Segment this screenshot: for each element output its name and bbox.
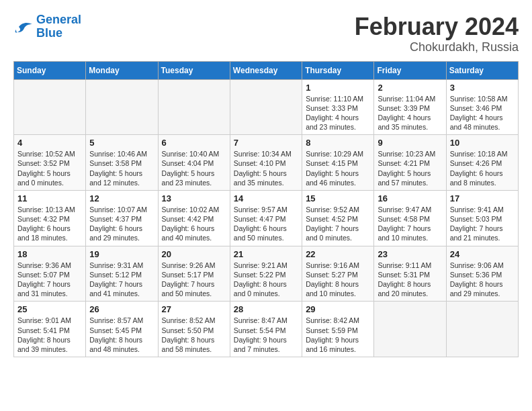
calendar-cell: 14Sunrise: 9:57 AM Sunset: 4:47 PM Dayli… (230, 190, 302, 246)
day-info: Sunrise: 11:10 AM Sunset: 3:33 PM Daylig… (306, 94, 370, 132)
day-info: Sunrise: 10:58 AM Sunset: 3:46 PM Daylig… (450, 94, 515, 132)
day-number: 6 (162, 138, 226, 148)
day-number: 20 (162, 249, 226, 259)
day-number: 21 (234, 249, 298, 259)
weekday-header-monday: Monday (86, 61, 158, 79)
logo-text: General Blue (36, 13, 81, 40)
day-number: 8 (306, 138, 370, 148)
month-title: February 2024 (355, 13, 519, 40)
day-info: Sunrise: 9:06 AM Sunset: 5:36 PM Dayligh… (450, 261, 515, 299)
calendar-week-5: 25Sunrise: 9:01 AM Sunset: 5:41 PM Dayli… (14, 302, 519, 357)
day-number: 14 (234, 193, 298, 203)
day-number: 17 (450, 193, 515, 203)
calendar-cell: 5Sunrise: 10:46 AM Sunset: 3:58 PM Dayli… (86, 135, 158, 191)
day-info: Sunrise: 11:04 AM Sunset: 3:39 PM Daylig… (378, 94, 442, 132)
weekday-header-friday: Friday (374, 61, 446, 79)
day-number: 22 (306, 249, 370, 259)
day-number: 24 (450, 249, 515, 259)
calendar-cell: 15Sunrise: 9:52 AM Sunset: 4:52 PM Dayli… (302, 190, 374, 246)
calendar-cell: 16Sunrise: 9:47 AM Sunset: 4:58 PM Dayli… (374, 190, 446, 246)
day-number: 1 (306, 83, 370, 93)
day-number: 13 (162, 193, 226, 203)
calendar-cell: 17Sunrise: 9:41 AM Sunset: 5:03 PM Dayli… (446, 190, 518, 246)
weekday-header-wednesday: Wednesday (230, 61, 302, 79)
calendar-week-3: 11Sunrise: 10:13 AM Sunset: 4:32 PM Dayl… (14, 190, 519, 246)
day-info: Sunrise: 10:18 AM Sunset: 4:26 PM Daylig… (450, 149, 515, 187)
day-info: Sunrise: 10:34 AM Sunset: 4:10 PM Daylig… (234, 149, 298, 187)
calendar-cell: 7Sunrise: 10:34 AM Sunset: 4:10 PM Dayli… (230, 135, 302, 191)
calendar-cell (86, 79, 158, 135)
header: General Blue February 2024 Chokurdakh, R… (13, 13, 519, 54)
calendar-table: SundayMondayTuesdayWednesdayThursdayFrid… (13, 61, 519, 357)
day-info: Sunrise: 10:46 AM Sunset: 3:58 PM Daylig… (89, 149, 154, 187)
day-number: 19 (89, 249, 154, 259)
calendar-cell: 1Sunrise: 11:10 AM Sunset: 3:33 PM Dayli… (302, 79, 374, 135)
calendar-cell (230, 79, 302, 135)
calendar-cell: 12Sunrise: 10:07 AM Sunset: 4:37 PM Dayl… (86, 190, 158, 246)
day-info: Sunrise: 10:52 AM Sunset: 3:52 PM Daylig… (17, 149, 82, 187)
day-number: 5 (89, 138, 154, 148)
calendar-cell: 8Sunrise: 10:29 AM Sunset: 4:15 PM Dayli… (302, 135, 374, 191)
calendar-cell: 22Sunrise: 9:16 AM Sunset: 5:27 PM Dayli… (302, 246, 374, 302)
day-info: Sunrise: 9:26 AM Sunset: 5:17 PM Dayligh… (162, 261, 226, 299)
calendar-cell: 19Sunrise: 9:31 AM Sunset: 5:12 PM Dayli… (86, 246, 158, 302)
weekday-header-sunday: Sunday (14, 61, 86, 79)
day-number: 2 (378, 83, 442, 93)
calendar-cell: 10Sunrise: 10:18 AM Sunset: 4:26 PM Dayl… (446, 135, 518, 191)
day-number: 26 (89, 304, 154, 314)
day-info: Sunrise: 9:47 AM Sunset: 4:58 PM Dayligh… (378, 205, 442, 243)
calendar-cell: 27Sunrise: 8:52 AM Sunset: 5:50 PM Dayli… (158, 302, 230, 357)
weekday-header-tuesday: Tuesday (158, 61, 230, 79)
day-info: Sunrise: 10:07 AM Sunset: 4:37 PM Daylig… (89, 205, 154, 243)
calendar-cell (446, 302, 518, 357)
day-info: Sunrise: 9:16 AM Sunset: 5:27 PM Dayligh… (306, 261, 370, 299)
day-info: Sunrise: 10:13 AM Sunset: 4:32 PM Daylig… (17, 205, 82, 243)
location-title: Chokurdakh, Russia (355, 40, 519, 54)
day-info: Sunrise: 10:02 AM Sunset: 4:42 PM Daylig… (162, 205, 226, 243)
calendar-cell: 9Sunrise: 10:23 AM Sunset: 4:21 PM Dayli… (374, 135, 446, 191)
logo-icon (13, 17, 34, 36)
day-number: 7 (234, 138, 298, 148)
day-info: Sunrise: 9:01 AM Sunset: 5:41 PM Dayligh… (17, 316, 82, 354)
title-area: February 2024 Chokurdakh, Russia (355, 13, 519, 54)
calendar-cell: 20Sunrise: 9:26 AM Sunset: 5:17 PM Dayli… (158, 246, 230, 302)
day-info: Sunrise: 9:11 AM Sunset: 5:31 PM Dayligh… (378, 261, 442, 299)
day-number: 10 (450, 138, 515, 148)
day-info: Sunrise: 9:52 AM Sunset: 4:52 PM Dayligh… (306, 205, 370, 243)
calendar-cell: 4Sunrise: 10:52 AM Sunset: 3:52 PM Dayli… (14, 135, 86, 191)
day-number: 28 (234, 304, 298, 314)
day-info: Sunrise: 8:42 AM Sunset: 5:59 PM Dayligh… (306, 316, 370, 354)
calendar-cell: 6Sunrise: 10:40 AM Sunset: 4:04 PM Dayli… (158, 135, 230, 191)
day-info: Sunrise: 10:40 AM Sunset: 4:04 PM Daylig… (162, 149, 226, 187)
calendar-cell: 28Sunrise: 8:47 AM Sunset: 5:54 PM Dayli… (230, 302, 302, 357)
day-info: Sunrise: 10:29 AM Sunset: 4:15 PM Daylig… (306, 149, 370, 187)
day-number: 12 (89, 193, 154, 203)
day-info: Sunrise: 9:41 AM Sunset: 5:03 PM Dayligh… (450, 205, 515, 243)
calendar-week-1: 1Sunrise: 11:10 AM Sunset: 3:33 PM Dayli… (14, 79, 519, 135)
calendar-cell: 29Sunrise: 8:42 AM Sunset: 5:59 PM Dayli… (302, 302, 374, 357)
day-number: 23 (378, 249, 442, 259)
day-info: Sunrise: 9:21 AM Sunset: 5:22 PM Dayligh… (234, 261, 298, 299)
calendar-cell: 21Sunrise: 9:21 AM Sunset: 5:22 PM Dayli… (230, 246, 302, 302)
calendar-cell: 13Sunrise: 10:02 AM Sunset: 4:42 PM Dayl… (158, 190, 230, 246)
day-info: Sunrise: 8:52 AM Sunset: 5:50 PM Dayligh… (162, 316, 226, 354)
day-number: 3 (450, 83, 515, 93)
day-info: Sunrise: 9:57 AM Sunset: 4:47 PM Dayligh… (234, 205, 298, 243)
calendar-cell (374, 302, 446, 357)
day-info: Sunrise: 9:31 AM Sunset: 5:12 PM Dayligh… (89, 261, 154, 299)
day-number: 9 (378, 138, 442, 148)
day-number: 29 (306, 304, 370, 314)
calendar-cell: 25Sunrise: 9:01 AM Sunset: 5:41 PM Dayli… (14, 302, 86, 357)
calendar-week-4: 18Sunrise: 9:36 AM Sunset: 5:07 PM Dayli… (14, 246, 519, 302)
day-info: Sunrise: 8:47 AM Sunset: 5:54 PM Dayligh… (234, 316, 298, 354)
weekday-header-saturday: Saturday (446, 61, 518, 79)
calendar-cell: 3Sunrise: 10:58 AM Sunset: 3:46 PM Dayli… (446, 79, 518, 135)
day-number: 16 (378, 193, 442, 203)
calendar-cell: 24Sunrise: 9:06 AM Sunset: 5:36 PM Dayli… (446, 246, 518, 302)
logo: General Blue (13, 13, 81, 40)
day-info: Sunrise: 8:57 AM Sunset: 5:45 PM Dayligh… (89, 316, 154, 354)
calendar-cell: 23Sunrise: 9:11 AM Sunset: 5:31 PM Dayli… (374, 246, 446, 302)
calendar-cell: 2Sunrise: 11:04 AM Sunset: 3:39 PM Dayli… (374, 79, 446, 135)
calendar-cell (158, 79, 230, 135)
day-number: 18 (17, 249, 82, 259)
